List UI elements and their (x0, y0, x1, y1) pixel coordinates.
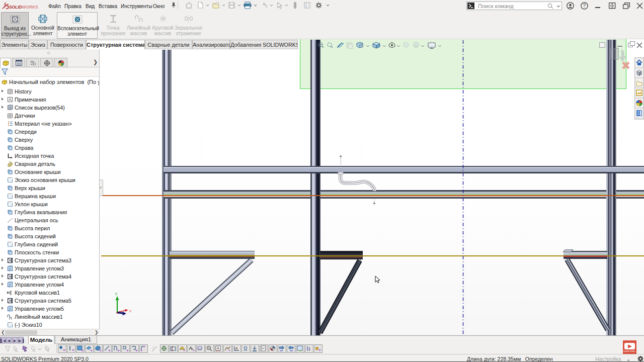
svg-text:cc: cc (198, 347, 201, 350)
svg-text:x: x (129, 309, 131, 313)
svg-text:Y: Y (115, 292, 118, 297)
svg-text:A: A (217, 346, 219, 350)
svg-text:?: ? (583, 3, 586, 9)
svg-text:A¹: A¹ (262, 347, 265, 350)
svg-text:N: N (208, 346, 210, 349)
